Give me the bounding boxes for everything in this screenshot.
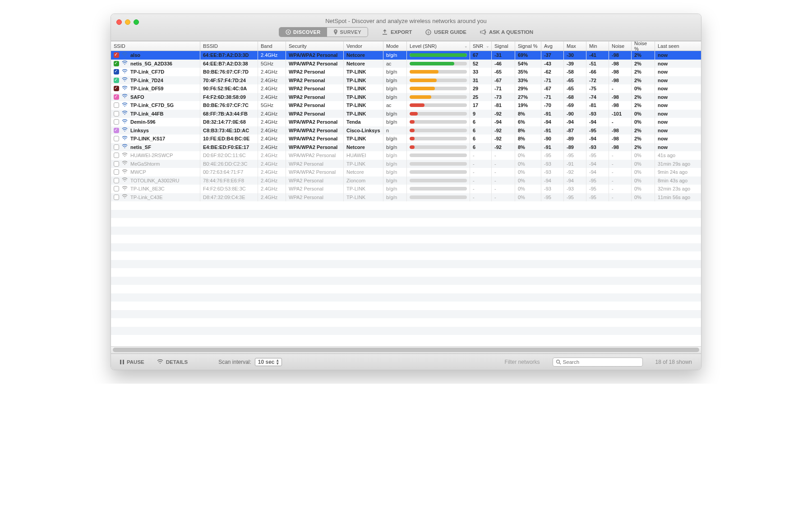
col-ssid[interactable]: SSID [111, 42, 200, 51]
row-checkbox[interactable] [114, 178, 119, 183]
cell-security: WPA2 Personal [286, 84, 344, 93]
col-snr[interactable]: SNR⌄ [470, 42, 492, 51]
cell-noisepct: 2% [632, 76, 655, 85]
table-row[interactable]: netis_5G_A2D336 64:EE:B7:A2:D3:38 5GHz W… [111, 60, 701, 68]
col-bssid[interactable]: BSSID [200, 42, 258, 51]
col-level[interactable]: Level (SNR)⌄ [407, 42, 470, 51]
ask-button[interactable]: ASK A QUESTION [480, 29, 533, 35]
empty-row [111, 302, 701, 310]
survey-tab[interactable]: SURVEY [327, 28, 368, 37]
table-row[interactable]: TP-LINK_8E3C F4:F2:6D:53:8E:3C 2.4GHz WP… [111, 185, 701, 193]
search-box[interactable] [553, 358, 643, 367]
cell-ssid: TP-Link_C43E [130, 195, 163, 200]
cell-noise: -98 [609, 68, 632, 76]
col-security[interactable]: Security [286, 42, 344, 51]
row-checkbox[interactable] [114, 111, 119, 116]
cell-signal: - [492, 185, 515, 193]
row-checkbox[interactable] [114, 69, 119, 74]
table-row[interactable]: TP-Link_7D24 70:4F:57:F4:7D:24 2.4GHz WP… [111, 76, 701, 85]
row-checkbox[interactable] [114, 195, 119, 200]
table-row[interactable]: MeGaShtorm B0:4E:26:DD:C2:3C 2.4GHz WPA2… [111, 160, 701, 168]
minimize-icon[interactable] [125, 19, 130, 25]
cell-noisepct: 2% [632, 143, 655, 152]
col-band[interactable]: Band [258, 42, 286, 51]
col-noisepct[interactable]: Noise % [632, 42, 655, 51]
row-checkbox[interactable] [114, 102, 119, 108]
col-signal[interactable]: Signal [492, 42, 515, 51]
table-row[interactable]: netis_SF E4:BE:ED:F0:EE:17 2.4GHz WPA/WP… [111, 143, 701, 152]
empty-row [111, 327, 701, 335]
table-body[interactable]: also 64:EE:B7:A2:D3:3D 2.4GHz WPA/WPA2 P… [111, 51, 701, 346]
col-signalpct[interactable]: Signal % [515, 42, 541, 51]
row-checkbox[interactable] [114, 144, 119, 150]
cell-max: -92 [564, 168, 586, 177]
cell-security: WPA2 Personal [286, 185, 344, 193]
row-checkbox[interactable] [114, 78, 119, 83]
table-row[interactable]: TP-Link_44FB 68:FF:7B:A3:44:FB 2.4GHz WP… [111, 110, 701, 118]
userguide-button[interactable]: ? USER GUIDE [425, 29, 466, 35]
scan-interval-value: 10 sec [258, 359, 275, 365]
table-row[interactable]: TP-Link_CF7D_5G B0:BE:76:07:CF:7C 5GHz W… [111, 101, 701, 110]
row-checkbox[interactable] [114, 61, 119, 66]
cell-signal: -73 [492, 93, 515, 102]
cell-vendor: Netcore [344, 168, 383, 177]
row-checkbox[interactable] [114, 128, 119, 133]
export-button[interactable]: EXPORT [382, 29, 412, 35]
table-row[interactable]: HUAWEI-2RSWCP D0:6F:82:0C:11:6C 2.4GHz W… [111, 151, 701, 160]
empty-row [111, 210, 701, 218]
row-checkbox[interactable] [114, 52, 119, 58]
cell-min: -94 [586, 168, 609, 177]
cell-bssid: 70:4F:57:F4:7D:24 [200, 76, 258, 85]
cell-band: 5GHz [258, 60, 286, 68]
discover-tab[interactable]: DISCOVER [279, 28, 327, 37]
table-row[interactable]: TP-Link_C43E D8:47:32:09:C4:3E 2.4GHz WP… [111, 193, 701, 202]
table-row[interactable]: SAFO F4:F2:6D:38:58:09 2.4GHz WPA2 Perso… [111, 93, 701, 102]
col-mode[interactable]: Mode [383, 42, 407, 51]
table-row[interactable]: Linksys C8:B3:73:4E:1D:AC 2.4GHz WPA/WPA… [111, 126, 701, 135]
wifi-icon [122, 186, 128, 192]
cell-snr: 29 [470, 84, 492, 93]
col-vendor[interactable]: Vendor [344, 42, 383, 51]
zoom-icon[interactable] [134, 19, 139, 25]
table-row[interactable]: also 64:EE:B7:A2:D3:3D 2.4GHz WPA/WPA2 P… [111, 51, 701, 60]
col-lastseen[interactable]: Last seen [655, 42, 701, 51]
col-vendor-label: Vendor [346, 43, 362, 49]
scroll-thumb[interactable] [113, 348, 699, 352]
search-input[interactable] [563, 359, 640, 365]
row-checkbox[interactable] [114, 86, 119, 91]
row-checkbox[interactable] [114, 153, 119, 158]
row-checkbox[interactable] [114, 119, 119, 125]
table-row[interactable]: TP-Link_CF7D B0:BE:76:07:CF:7D 2.4GHz WP… [111, 68, 701, 76]
cell-signal: -92 [492, 143, 515, 152]
pause-button[interactable]: PAUSE [120, 359, 144, 365]
col-min[interactable]: Min [586, 42, 609, 51]
row-checkbox[interactable] [114, 169, 119, 175]
cell-ssid: TP-LINK_8E3C [130, 186, 165, 191]
cell-lastseen: now [655, 126, 701, 135]
row-checkbox[interactable] [114, 136, 119, 141]
wifi-icon [122, 94, 128, 100]
table-row[interactable]: TP-Link_DF59 90:F6:52:9E:4C:0A 2.4GHz WP… [111, 84, 701, 93]
table-row[interactable]: TP-LINK_KS17 10:FE:ED:B4:BC:0E 2.4GHz WP… [111, 135, 701, 143]
row-checkbox[interactable] [114, 186, 119, 191]
row-checkbox[interactable] [114, 161, 119, 167]
row-checkbox[interactable] [114, 94, 119, 100]
col-avg[interactable]: Avg [541, 42, 564, 51]
wifi-icon [122, 177, 128, 183]
col-noise[interactable]: Noise [609, 42, 632, 51]
table-row[interactable]: Demin-596 D8:32:14:77:0E:68 2.4GHz WPA/W… [111, 118, 701, 126]
horizontal-scrollbar[interactable] [111, 346, 701, 353]
cell-max: -93 [564, 185, 586, 193]
table-row[interactable]: MWCP 00:72:63:64:71:F7 2.4GHz WPA/WPA2 P… [111, 168, 701, 177]
cell-noise: -101 [609, 110, 632, 118]
close-icon[interactable] [116, 19, 122, 25]
cell-security: WPA/WPA2 Personal [286, 143, 344, 152]
scan-interval-select[interactable]: 10 sec ▴▾ [255, 358, 282, 366]
empty-row [111, 218, 701, 227]
cell-max: -89 [564, 135, 586, 143]
details-button[interactable]: DETAILS [157, 359, 188, 365]
col-max[interactable]: Max [564, 42, 586, 51]
cell-ssid: Linksys [130, 128, 149, 133]
table-row[interactable]: TOTOLINK_A3002RU 78:44:76:F8:E6:F8 2.4GH… [111, 177, 701, 185]
cell-mode: n [383, 126, 407, 135]
